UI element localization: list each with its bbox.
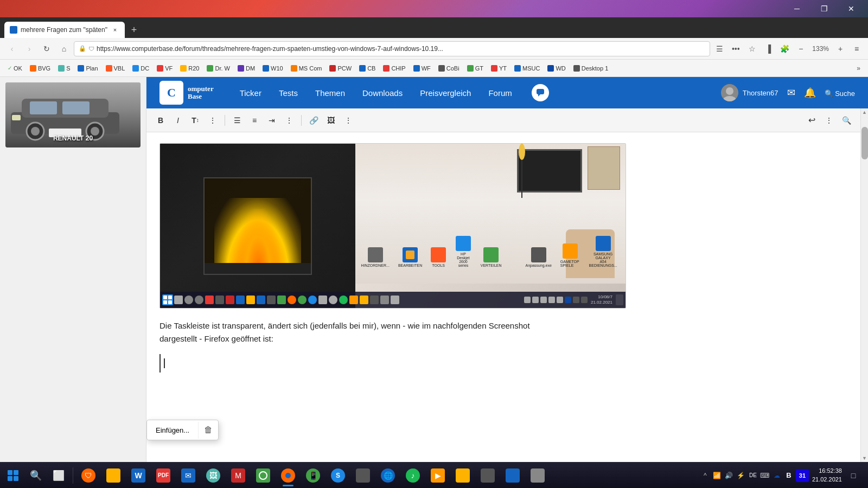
refresh-button[interactable]: ↻ <box>39 41 54 56</box>
list-button-1[interactable]: ☰ <box>229 113 245 128</box>
bookmark-gt[interactable]: GT <box>464 62 487 75</box>
forward-button[interactable]: › <box>22 41 37 56</box>
bookmark-s[interactable]: S <box>55 62 73 75</box>
taskbar-app-firefox[interactable] <box>276 464 300 487</box>
taskbar-app-spotify[interactable]: ♪ <box>401 464 425 487</box>
indent-button[interactable]: ⇥ <box>264 113 279 128</box>
zoom-minus-button[interactable]: − <box>794 42 808 56</box>
bookmark-wf[interactable]: WF <box>410 62 434 75</box>
menu-button[interactable]: ≡ <box>850 42 864 56</box>
tray-sound[interactable]: 🔊 <box>724 471 734 480</box>
bold-button[interactable]: B <box>153 113 168 128</box>
bookmark-dc[interactable]: DC <box>129 62 152 75</box>
bookmark-cb[interactable]: CB <box>356 62 379 75</box>
scroll-down-button[interactable]: ▼ <box>861 454 868 462</box>
taskbar-app-norton[interactable] <box>251 464 275 487</box>
taskbar-search-button[interactable]: 🔍 <box>25 465 47 486</box>
italic-button[interactable]: I <box>170 113 186 128</box>
undo-button[interactable]: ↩ <box>804 113 819 128</box>
taskbar-app-gmail[interactable]: M <box>226 464 250 487</box>
taskbar-app-vlc[interactable]: ▶ <box>426 464 450 487</box>
tray-keyboard[interactable]: ⌨ <box>760 471 770 480</box>
delete-button[interactable]: 🗑 <box>199 420 218 440</box>
tray-arrow[interactable]: ^ <box>700 471 710 480</box>
bookmark-pcw[interactable]: PCW <box>326 62 355 75</box>
tray-power[interactable]: ⚡ <box>736 471 746 480</box>
extensions-button[interactable]: 🧩 <box>777 42 792 56</box>
taskbar-app-security[interactable]: 🛡 <box>76 464 100 487</box>
nav-forum[interactable]: Forum <box>488 86 512 100</box>
taskbar-app-skat[interactable] <box>476 464 500 487</box>
bell-icon[interactable]: 🔔 <box>804 87 816 99</box>
link-button[interactable]: 🔗 <box>306 113 321 128</box>
bookmark-chip[interactable]: CHIP <box>380 62 409 75</box>
bookmark-vf[interactable]: VF <box>154 62 176 75</box>
taskbar-app-explorer[interactable] <box>101 464 125 487</box>
taskbar-app-whatsapp[interactable]: 📱 <box>301 464 325 487</box>
bookmark-msuc[interactable]: MSUC <box>511 62 543 75</box>
new-tab-button[interactable]: + <box>126 22 142 38</box>
tray-31[interactable]: 31 <box>796 469 809 482</box>
active-tab[interactable]: mehrere Fragen zum "späten" × <box>4 22 125 38</box>
tray-language[interactable]: DE <box>748 471 758 480</box>
bookmark-button[interactable]: ☆ <box>745 42 759 56</box>
zoom-plus-button[interactable]: + <box>833 42 847 56</box>
close-button[interactable]: ✕ <box>839 0 864 17</box>
bookmark-desktop1[interactable]: Desktop 1 <box>570 62 612 75</box>
chat-icon[interactable] <box>532 84 549 101</box>
task-view-button[interactable]: ⬜ <box>48 465 69 486</box>
taskbar-app-norton2[interactable] <box>451 464 475 487</box>
taskbar-app-phone[interactable] <box>501 464 525 487</box>
more-options-3[interactable]: ⋮ <box>341 113 356 128</box>
taskbar-app-drive[interactable] <box>351 464 375 487</box>
tray-onedrive[interactable]: ☁ <box>772 471 782 480</box>
bookmark-vbl[interactable]: VBL <box>103 62 129 75</box>
taskbar-app-skype[interactable]: S <box>326 464 350 487</box>
bookmark-cobi[interactable]: CoBi <box>435 62 463 75</box>
sidebar-button[interactable]: ▐ <box>761 42 775 56</box>
mail-icon[interactable]: ✉ <box>787 87 795 99</box>
url-bar[interactable]: 🔒 🛡 https://www.computerbase.de/forum/th… <box>74 41 710 56</box>
tab-close-button[interactable]: × <box>111 25 119 34</box>
bookmark-plan[interactable]: Plan <box>74 62 101 75</box>
cb-logo[interactable]: C omputer Base <box>159 81 214 105</box>
start-button[interactable] <box>2 465 24 486</box>
search-button[interactable]: 🔍 Suche <box>825 87 855 99</box>
search-in-editor[interactable]: 🔍 <box>839 113 854 128</box>
insert-button[interactable]: Einfügen... <box>147 422 199 439</box>
back-button[interactable]: ‹ <box>4 41 20 56</box>
more-options-1[interactable]: ⋮ <box>205 113 220 128</box>
nav-themen[interactable]: Themen <box>315 86 345 100</box>
text-size-button[interactable]: T↕ <box>188 113 203 128</box>
taskbar-app-mail[interactable]: ✉ <box>176 464 200 487</box>
editor-content[interactable]: 7 6 5 <box>146 132 860 462</box>
tray-wifi[interactable]: 📶 <box>712 471 722 480</box>
bookmark-mscom[interactable]: MS Com <box>288 62 326 75</box>
nav-preisvergleich[interactable]: Preisvergleich <box>420 86 471 100</box>
nav-ticker[interactable]: Ticker <box>240 86 261 100</box>
user-profile[interactable]: Thorsten67 <box>721 84 778 101</box>
list-button-2[interactable]: ≡ <box>247 113 262 128</box>
bookmark-wd[interactable]: WD <box>544 62 569 75</box>
more-tools-button[interactable]: ••• <box>729 42 743 56</box>
taskbar-app-word[interactable]: W <box>126 464 150 487</box>
taskbar-clock[interactable]: 16:52:38 21.02.2021 <box>812 467 842 484</box>
bookmark-yt[interactable]: YT <box>488 62 510 75</box>
taskbar-app-pdf[interactable]: PDF <box>151 464 175 487</box>
taskbar-app-more[interactable] <box>526 464 550 487</box>
taskbar-app-photos[interactable]: 🖼 <box>201 464 225 487</box>
cursor-line[interactable] <box>159 354 847 373</box>
nav-tests[interactable]: Tests <box>279 86 298 100</box>
bookmark-drw[interactable]: Dr. W <box>203 62 233 75</box>
nav-downloads[interactable]: Downloads <box>362 86 403 100</box>
reader-view-button[interactable]: ☰ <box>712 42 726 56</box>
minimize-button[interactable]: ─ <box>784 0 809 17</box>
bookmark-w10[interactable]: W10 <box>259 62 286 75</box>
bookmark-dm[interactable]: DM <box>234 62 258 75</box>
taskbar-app-safari[interactable]: 🌐 <box>376 464 400 487</box>
home-button[interactable]: ⌂ <box>56 41 72 56</box>
scroll-up-button[interactable]: ▲ <box>861 108 868 116</box>
bookmark-bvg[interactable]: BVG <box>27 62 54 75</box>
bookmarks-more-button[interactable]: » <box>853 65 864 72</box>
tray-bold-b[interactable]: B <box>784 471 794 480</box>
